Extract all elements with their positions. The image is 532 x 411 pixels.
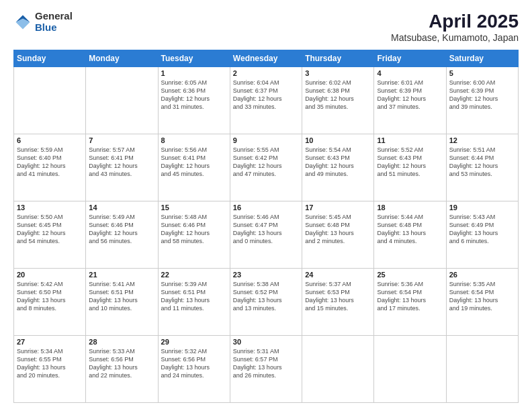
day-info: Sunrise: 5:36 AM Sunset: 6:54 PM Dayligh…: [377, 280, 443, 313]
table-row: 1Sunrise: 6:05 AM Sunset: 6:36 PM Daylig…: [158, 67, 230, 134]
title-location: Matsubase, Kumamoto, Japan: [391, 32, 519, 43]
day-number: 28: [89, 338, 154, 346]
header-monday: Monday: [86, 50, 158, 67]
day-number: 3: [305, 69, 371, 77]
table-row: [86, 67, 158, 134]
table-row: 9Sunrise: 5:55 AM Sunset: 6:42 PM Daylig…: [230, 134, 302, 201]
day-number: 14: [89, 203, 154, 212]
day-info: Sunrise: 5:57 AM Sunset: 6:41 PM Dayligh…: [89, 146, 154, 179]
day-info: Sunrise: 5:44 AM Sunset: 6:48 PM Dayligh…: [377, 213, 443, 246]
logo: General Blue: [13, 11, 73, 33]
logo-text: General Blue: [35, 11, 73, 33]
day-info: Sunrise: 5:37 AM Sunset: 6:53 PM Dayligh…: [305, 280, 371, 313]
day-info: Sunrise: 5:56 AM Sunset: 6:41 PM Dayligh…: [161, 146, 227, 179]
day-number: 11: [377, 136, 443, 144]
day-info: Sunrise: 6:00 AM Sunset: 6:39 PM Dayligh…: [449, 79, 515, 111]
calendar-table: Sunday Monday Tuesday Wednesday Thursday…: [13, 50, 519, 403]
table-row: 14Sunrise: 5:49 AM Sunset: 6:46 PM Dayli…: [86, 201, 158, 269]
week-row-2: 13Sunrise: 5:50 AM Sunset: 6:45 PM Dayli…: [14, 201, 519, 269]
day-info: Sunrise: 5:51 AM Sunset: 6:44 PM Dayligh…: [449, 146, 515, 179]
table-row: 18Sunrise: 5:44 AM Sunset: 6:48 PM Dayli…: [374, 201, 446, 269]
day-info: Sunrise: 5:39 AM Sunset: 6:51 PM Dayligh…: [161, 280, 227, 313]
table-row: 27Sunrise: 5:34 AM Sunset: 6:55 PM Dayli…: [14, 336, 86, 403]
table-row: 30Sunrise: 5:31 AM Sunset: 6:57 PM Dayli…: [230, 336, 302, 403]
day-number: 18: [377, 203, 443, 212]
table-row: [374, 336, 446, 403]
day-number: 29: [161, 338, 227, 346]
table-row: 6Sunrise: 5:59 AM Sunset: 6:40 PM Daylig…: [14, 134, 86, 201]
day-info: Sunrise: 5:31 AM Sunset: 6:57 PM Dayligh…: [233, 347, 299, 380]
table-row: [446, 336, 518, 403]
table-row: 15Sunrise: 5:48 AM Sunset: 6:46 PM Dayli…: [158, 201, 230, 269]
day-number: 19: [449, 203, 515, 212]
week-row-0: 1Sunrise: 6:05 AM Sunset: 6:36 PM Daylig…: [14, 67, 519, 134]
day-info: Sunrise: 5:45 AM Sunset: 6:48 PM Dayligh…: [305, 213, 371, 246]
day-number: 27: [17, 338, 83, 346]
logo-general-text: General: [35, 11, 73, 22]
table-row: 25Sunrise: 5:36 AM Sunset: 6:54 PM Dayli…: [374, 269, 446, 336]
table-row: 21Sunrise: 5:41 AM Sunset: 6:51 PM Dayli…: [86, 269, 158, 336]
day-info: Sunrise: 5:59 AM Sunset: 6:40 PM Dayligh…: [17, 146, 83, 179]
day-info: Sunrise: 5:50 AM Sunset: 6:45 PM Dayligh…: [17, 213, 83, 246]
table-row: 2Sunrise: 6:04 AM Sunset: 6:37 PM Daylig…: [230, 67, 302, 134]
header-friday: Friday: [374, 50, 446, 67]
week-row-1: 6Sunrise: 5:59 AM Sunset: 6:40 PM Daylig…: [14, 134, 519, 201]
title-month: April 2025: [391, 11, 519, 32]
day-info: Sunrise: 5:48 AM Sunset: 6:46 PM Dayligh…: [161, 213, 227, 246]
day-number: 6: [17, 136, 83, 144]
day-number: 7: [89, 136, 154, 144]
day-number: 30: [233, 338, 299, 346]
page: General Blue April 2025 Matsubase, Kumam…: [0, 0, 532, 411]
header-sunday: Sunday: [14, 50, 86, 67]
day-info: Sunrise: 5:52 AM Sunset: 6:43 PM Dayligh…: [377, 146, 443, 179]
table-row: 26Sunrise: 5:35 AM Sunset: 6:54 PM Dayli…: [446, 269, 518, 336]
day-info: Sunrise: 5:46 AM Sunset: 6:47 PM Dayligh…: [233, 213, 299, 246]
day-info: Sunrise: 6:01 AM Sunset: 6:39 PM Dayligh…: [377, 79, 443, 111]
day-number: 10: [305, 136, 371, 144]
table-row: 13Sunrise: 5:50 AM Sunset: 6:45 PM Dayli…: [14, 201, 86, 269]
weekday-header-row: Sunday Monday Tuesday Wednesday Thursday…: [14, 50, 519, 67]
day-info: Sunrise: 5:54 AM Sunset: 6:43 PM Dayligh…: [305, 146, 371, 179]
table-row: 5Sunrise: 6:00 AM Sunset: 6:39 PM Daylig…: [446, 67, 518, 134]
day-info: Sunrise: 6:04 AM Sunset: 6:37 PM Dayligh…: [233, 79, 299, 111]
table-row: 19Sunrise: 5:43 AM Sunset: 6:49 PM Dayli…: [446, 201, 518, 269]
table-row: [14, 67, 86, 134]
day-number: 12: [449, 136, 515, 144]
day-number: 16: [233, 203, 299, 212]
header-saturday: Saturday: [446, 50, 518, 67]
logo-icon: [13, 13, 32, 32]
day-number: 20: [17, 271, 83, 279]
header-tuesday: Tuesday: [158, 50, 230, 67]
day-number: 1: [161, 69, 227, 77]
table-row: 23Sunrise: 5:38 AM Sunset: 6:52 PM Dayli…: [230, 269, 302, 336]
day-number: 21: [89, 271, 154, 279]
day-number: 26: [449, 271, 515, 279]
day-number: 2: [233, 69, 299, 77]
table-row: 3Sunrise: 6:02 AM Sunset: 6:38 PM Daylig…: [302, 67, 374, 134]
table-row: 11Sunrise: 5:52 AM Sunset: 6:43 PM Dayli…: [374, 134, 446, 201]
table-row: 28Sunrise: 5:33 AM Sunset: 6:56 PM Dayli…: [86, 336, 158, 403]
day-number: 5: [449, 69, 515, 77]
table-row: 4Sunrise: 6:01 AM Sunset: 6:39 PM Daylig…: [374, 67, 446, 134]
table-row: 22Sunrise: 5:39 AM Sunset: 6:51 PM Dayli…: [158, 269, 230, 336]
table-row: 12Sunrise: 5:51 AM Sunset: 6:44 PM Dayli…: [446, 134, 518, 201]
day-number: 23: [233, 271, 299, 279]
day-info: Sunrise: 5:42 AM Sunset: 6:50 PM Dayligh…: [17, 280, 83, 313]
table-row: 16Sunrise: 5:46 AM Sunset: 6:47 PM Dayli…: [230, 201, 302, 269]
title-block: April 2025 Matsubase, Kumamoto, Japan: [391, 11, 519, 43]
table-row: 10Sunrise: 5:54 AM Sunset: 6:43 PM Dayli…: [302, 134, 374, 201]
logo-blue-text: Blue: [35, 22, 73, 34]
day-number: 9: [233, 136, 299, 144]
day-info: Sunrise: 6:05 AM Sunset: 6:36 PM Dayligh…: [161, 79, 227, 111]
table-row: 8Sunrise: 5:56 AM Sunset: 6:41 PM Daylig…: [158, 134, 230, 201]
day-info: Sunrise: 5:41 AM Sunset: 6:51 PM Dayligh…: [89, 280, 154, 313]
day-number: 24: [305, 271, 371, 279]
day-number: 22: [161, 271, 227, 279]
day-number: 15: [161, 203, 227, 212]
day-number: 4: [377, 69, 443, 77]
table-row: 7Sunrise: 5:57 AM Sunset: 6:41 PM Daylig…: [86, 134, 158, 201]
header: General Blue April 2025 Matsubase, Kumam…: [13, 11, 519, 43]
day-number: 17: [305, 203, 371, 212]
table-row: 20Sunrise: 5:42 AM Sunset: 6:50 PM Dayli…: [14, 269, 86, 336]
day-number: 13: [17, 203, 83, 212]
